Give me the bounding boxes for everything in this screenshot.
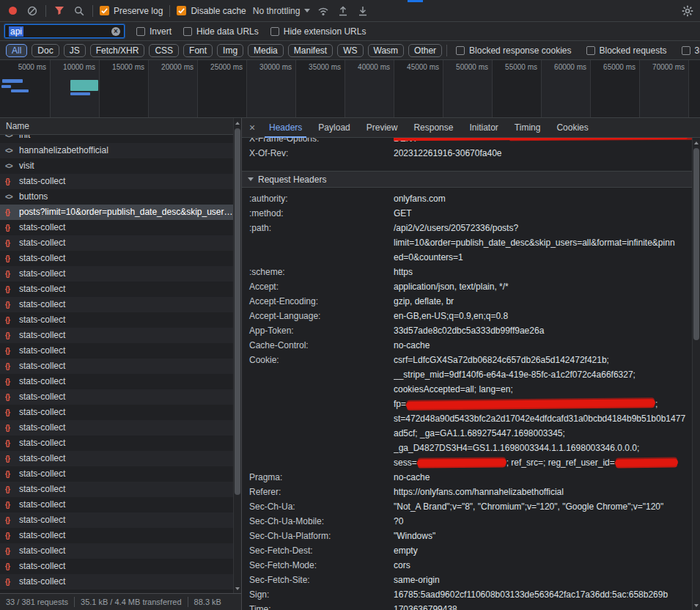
request-name: posts?limit=10&order=publish_date_desc&s… <box>19 207 233 217</box>
request-row[interactable]: {}stats-collect <box>0 343 241 359</box>
header-value: gzip, deflate, br <box>394 294 692 309</box>
request-row[interactable]: {}stats-collect <box>0 482 241 497</box>
request-row[interactable]: <>init <box>0 135 241 143</box>
request-row[interactable]: {}stats-collect <box>0 174 241 189</box>
request-row[interactable]: {}stats-collect <box>0 374 241 389</box>
checkbox-blocked-response-cookies[interactable]: Blocked response cookies <box>456 45 571 56</box>
request-row[interactable]: {}stats-collect <box>0 312 241 328</box>
timeline-column: 50000 ms <box>443 60 493 117</box>
chip-manifest[interactable]: Manifest <box>288 44 333 57</box>
request-name: stats-collect <box>19 561 65 571</box>
checkbox-hide-extension-urls[interactable]: Hide extension URLs <box>270 26 366 37</box>
chip-fetch-xhr[interactable]: Fetch/XHR <box>90 44 145 57</box>
request-row[interactable]: <>buttons <box>0 189 241 205</box>
request-row[interactable]: {}stats-collect <box>0 497 241 512</box>
preserve-log-checkbox[interactable]: Preserve log <box>100 6 163 16</box>
script-file-icon: <> <box>5 143 12 158</box>
request-row[interactable]: {}stats-collect <box>0 559 241 574</box>
request-row[interactable]: <>hannahelizabethofficial <box>0 143 241 158</box>
scrollbar-thumb[interactable] <box>693 148 699 340</box>
chip-ws[interactable]: WS <box>337 44 363 57</box>
request-row[interactable]: {}stats-collect <box>0 220 241 235</box>
chip-other[interactable]: Other <box>408 44 442 57</box>
disable-cache-checkbox[interactable]: Disable cache <box>177 6 246 16</box>
network-conditions-button[interactable] <box>317 4 330 18</box>
request-row[interactable]: {}stats-collect <box>0 235 241 251</box>
filter-input[interactable]: api × <box>4 24 125 38</box>
chip-img[interactable]: Img <box>217 44 243 57</box>
tab-cookies[interactable]: Cookies <box>548 118 596 138</box>
column-header-name[interactable]: Name <box>0 118 241 135</box>
chip-js[interactable]: JS <box>64 44 86 57</box>
request-row[interactable]: {}stats-collect <box>0 251 241 266</box>
checkbox-unchecked-icon <box>270 27 279 36</box>
header-row: Accept-Language:en-GB,en-US;q=0.9,en;q=0… <box>242 309 692 323</box>
request-row[interactable]: {}stats-collect <box>0 512 241 528</box>
scrollbar-thumb[interactable] <box>235 128 240 495</box>
throttling-dropdown[interactable]: No throttling <box>253 6 311 16</box>
export-har-button[interactable] <box>336 4 350 18</box>
network-overview-timeline[interactable]: 5000 ms10000 ms15000 ms20000 ms25000 ms3… <box>0 60 700 118</box>
request-row[interactable]: {}posts?limit=10&order=publish_date_desc… <box>0 205 241 220</box>
request-row[interactable]: {}stats-collect <box>0 297 241 312</box>
chip-wasm[interactable]: Wasm <box>368 44 405 57</box>
tab-preview[interactable]: Preview <box>358 118 406 138</box>
request-row[interactable]: {}stats-collect <box>0 389 241 405</box>
request-row[interactable]: {}stats-collect <box>0 574 241 589</box>
request-row[interactable]: {}stats-collect <box>0 436 241 451</box>
request-row[interactable]: {}stats-collect <box>0 589 241 593</box>
tab-headers[interactable]: Headers <box>261 118 310 138</box>
request-row[interactable]: {}stats-collect <box>0 328 241 343</box>
request-row[interactable]: {}stats-collect <box>0 451 241 466</box>
tab-response[interactable]: Response <box>405 118 461 138</box>
record-button[interactable] <box>6 4 19 18</box>
tab-initiator[interactable]: Initiator <box>461 118 506 138</box>
chip-doc[interactable]: Doc <box>32 44 59 57</box>
details-scrollbar[interactable] <box>692 138 700 610</box>
clear-button[interactable] <box>26 4 39 18</box>
chip-all[interactable]: All <box>6 44 27 57</box>
scroll-up-icon[interactable] <box>234 119 241 127</box>
request-row[interactable]: {}stats-collect <box>0 282 241 297</box>
filter-toggle-button[interactable] <box>53 4 66 18</box>
request-list-scrollbar[interactable] <box>233 118 241 593</box>
search-button[interactable] <box>73 4 86 18</box>
checkbox-3rd-party-requests[interactable]: 3rd-party requests <box>682 45 700 56</box>
request-row[interactable]: {}stats-collect <box>0 420 241 436</box>
chip-css[interactable]: CSS <box>149 44 179 57</box>
header-value: /api2/v2/users/20572336/posts?limit=10&o… <box>394 221 692 265</box>
request-name: stats-collect <box>19 222 65 232</box>
import-har-button[interactable] <box>356 4 369 18</box>
header-row: Sec-Ch-Ua:"Not_A Brand";v="8", "Chromium… <box>242 499 692 514</box>
settings-button[interactable] <box>681 4 694 18</box>
request-list-panel: Name <>init<>hannahelizabethofficial<>vi… <box>0 118 242 610</box>
clear-filter-icon[interactable]: × <box>111 27 120 36</box>
chevron-down-icon <box>304 9 310 12</box>
request-row[interactable]: {}stats-collect <box>0 528 241 543</box>
request-row[interactable]: {}stats-collect <box>0 466 241 482</box>
request-row[interactable]: <>visit <box>0 158 241 174</box>
scroll-down-icon[interactable] <box>693 601 700 609</box>
scroll-down-icon[interactable] <box>234 584 241 592</box>
scroll-up-icon[interactable] <box>693 139 700 147</box>
request-row[interactable]: {}stats-collect <box>0 405 241 420</box>
chip-font[interactable]: Font <box>183 44 213 57</box>
json-file-icon: {} <box>5 559 10 574</box>
checkbox-hide-data-urls[interactable]: Hide data URLs <box>183 26 259 37</box>
close-icon[interactable]: × <box>243 122 261 133</box>
request-name: stats-collect <box>19 468 65 479</box>
checkbox-blocked-requests[interactable]: Blocked requests <box>586 45 667 56</box>
type-filter-chips: AllDocJSFetch/XHRCSSFontImgMediaManifest… <box>6 44 442 57</box>
checkbox-invert[interactable]: Invert <box>136 26 172 37</box>
json-file-icon: {} <box>5 251 10 266</box>
request-row[interactable]: {}stats-collect <box>0 543 241 559</box>
tab-payload[interactable]: Payload <box>310 118 358 138</box>
chip-media[interactable]: Media <box>248 44 284 57</box>
header-name: Sec-Fetch-Mode: <box>249 558 394 573</box>
request-row[interactable]: {}stats-collect <box>0 359 241 374</box>
details-tab-bar: × HeadersPayloadPreviewResponseInitiator… <box>242 118 700 138</box>
request-name: stats-collect <box>19 592 65 593</box>
tab-timing[interactable]: Timing <box>506 118 549 138</box>
request-headers-section-header[interactable]: Request Headers <box>242 171 692 188</box>
request-row[interactable]: {}stats-collect <box>0 266 241 282</box>
